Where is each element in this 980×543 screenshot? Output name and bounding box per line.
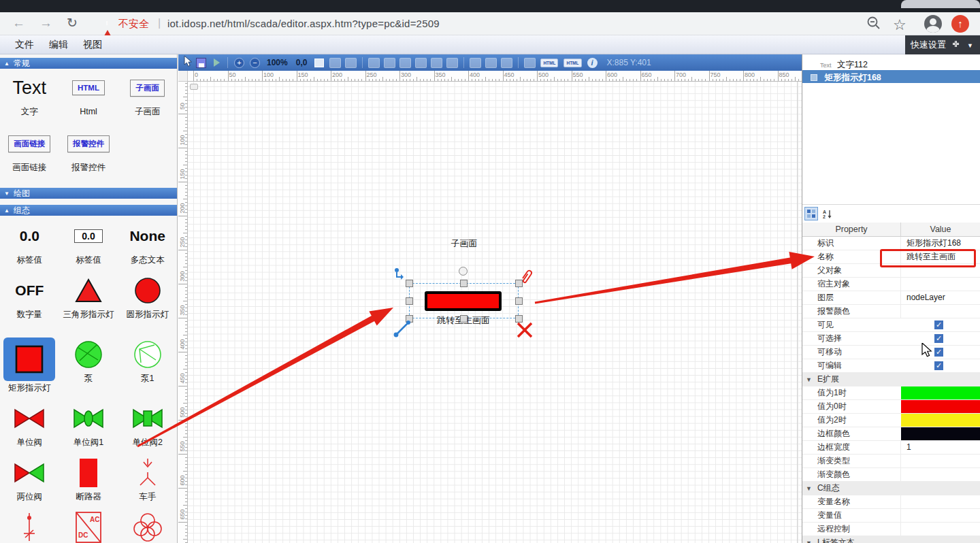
html-export-icon[interactable]: HTML xyxy=(540,59,558,67)
run-preview-icon[interactable] xyxy=(214,59,220,67)
property-value[interactable] xyxy=(900,278,980,291)
property-row-L标签文本[interactable]: ▼L标签文本 xyxy=(802,536,980,543)
align-left-icon[interactable] xyxy=(368,58,380,68)
collapse-down-icon[interactable]: ▼ xyxy=(806,376,812,383)
resize-handle[interactable] xyxy=(460,315,468,323)
property-value[interactable]: nodeLayer xyxy=(900,291,980,304)
property-row-可选择[interactable]: 可选择✓ xyxy=(802,332,980,346)
section-header-config[interactable]: ▲组态 xyxy=(0,205,177,216)
property-row-可见[interactable]: 可见✓ xyxy=(802,318,980,332)
property-row-远程控制[interactable]: 远程控制 xyxy=(802,523,980,536)
palette-item-digital[interactable]: OFF数字量 xyxy=(1,274,58,338)
group-icon[interactable] xyxy=(524,58,536,68)
property-row-标识[interactable]: 标识矩形指示灯168 xyxy=(802,237,980,250)
property-checkbox[interactable]: ✓ xyxy=(934,334,943,343)
resize-handle[interactable] xyxy=(460,280,468,287)
same-height-icon[interactable] xyxy=(485,58,497,68)
palette-item-pt[interactable]: PT xyxy=(119,510,176,543)
copy-icon[interactable] xyxy=(329,58,341,68)
profile-avatar-icon[interactable] xyxy=(924,15,942,33)
property-row-变量名称[interactable]: 变量名称 xyxy=(802,495,980,509)
sort-az-icon[interactable]: A2 xyxy=(820,207,834,220)
attachment-paperclip-icon[interactable] xyxy=(519,268,534,287)
palette-item-circle-light[interactable]: 圆形指示灯 xyxy=(119,274,176,338)
property-row-边框宽度[interactable]: 边框宽度1 xyxy=(802,441,980,455)
select-cursor-icon[interactable] xyxy=(184,56,193,70)
align-right-icon[interactable] xyxy=(399,58,411,68)
zoom-out-icon[interactable]: − xyxy=(250,58,260,68)
save-icon[interactable] xyxy=(196,58,206,68)
security-warning-text[interactable]: 不安全 xyxy=(118,12,149,35)
palette-item-html[interactable]: HTMLHtml xyxy=(60,71,117,127)
property-value[interactable] xyxy=(900,509,980,522)
align-center-icon[interactable] xyxy=(384,58,395,68)
menu-item-0[interactable]: 文件 xyxy=(15,35,34,54)
back-icon[interactable]: ← xyxy=(12,12,25,34)
palette-item-hand-symbol[interactable]: 车手 xyxy=(119,456,176,510)
property-checkbox[interactable]: ✓ xyxy=(934,348,943,357)
section-header-general[interactable]: ▲常规 xyxy=(0,58,177,69)
palette-item-sub-screen[interactable]: 子画面子画面 xyxy=(119,71,176,127)
delete-x-icon[interactable] xyxy=(516,321,534,342)
property-value[interactable] xyxy=(900,455,980,467)
palette-item-two-way-valve[interactable]: 两位阀 xyxy=(1,456,58,510)
browser-update-icon[interactable]: ↑ xyxy=(951,15,969,33)
tree-item-text112[interactable]: Text 文字112 xyxy=(802,57,980,70)
property-row-渐变类型[interactable]: 渐变类型 xyxy=(802,455,980,468)
property-row-值为2时[interactable]: 值为2时 xyxy=(802,414,980,427)
selected-rect-indicator-element[interactable] xyxy=(425,291,502,311)
property-color-swatch[interactable] xyxy=(901,400,980,413)
canvas-preview-icon[interactable] xyxy=(314,59,324,67)
property-row-边框颜色[interactable]: 边框颜色 xyxy=(802,427,980,441)
property-value[interactable]: 1 xyxy=(900,441,980,454)
palette-item-multi-state-text[interactable]: None多态文本 xyxy=(119,219,176,274)
quick-settings-button[interactable]: 快速设置 ▼ xyxy=(905,35,980,54)
bookmark-star-icon[interactable]: ☆ xyxy=(893,14,906,36)
palette-item-breaker[interactable]: 断路器 xyxy=(60,456,117,510)
tree-item-rect-indicator-selected[interactable]: 矩形指示灯168 xyxy=(802,70,980,83)
property-checkbox[interactable]: ✓ xyxy=(934,361,943,370)
property-value[interactable] xyxy=(900,305,980,318)
property-row-图层[interactable]: 图层nodeLayer xyxy=(802,291,980,305)
property-row-报警颜色[interactable]: 报警颜色 xyxy=(802,305,980,318)
url-text[interactable]: iot.idosp.net/html/scada/editor.aspx.htm… xyxy=(167,12,440,35)
categorized-view-icon[interactable] xyxy=(804,207,818,220)
collapse-down-icon[interactable]: ▼ xyxy=(806,540,812,543)
palette-item-tag-value[interactable]: 0.0标签值 xyxy=(1,219,58,274)
property-checkbox[interactable]: ✓ xyxy=(934,320,943,329)
palette-item-alarm-control[interactable]: 报警控件报警控件 xyxy=(60,127,117,184)
property-row-可编辑[interactable]: 可编辑✓ xyxy=(802,359,980,373)
align-middle-icon[interactable] xyxy=(431,58,442,68)
property-row-可移动[interactable]: 可移动✓ xyxy=(802,346,980,359)
reload-icon[interactable]: ↻ xyxy=(67,12,78,34)
property-row-C组态[interactable]: ▼C组态 xyxy=(802,482,980,495)
zoom-in-icon[interactable]: + xyxy=(234,58,244,68)
property-value[interactable] xyxy=(900,523,980,536)
palette-item-knife-switch[interactable]: 刀闸 xyxy=(1,510,58,543)
section-header-draw[interactable]: ▼绘图 xyxy=(0,188,177,199)
property-color-swatch[interactable] xyxy=(901,386,980,399)
palette-item-pump1[interactable]: 泵1 xyxy=(119,338,176,401)
canvas-text-sub-screen[interactable]: 子画面 xyxy=(416,237,512,250)
menu-item-2[interactable]: 视图 xyxy=(83,35,102,54)
connection-points-icon[interactable] xyxy=(393,267,408,284)
palette-item-tag-value-boxed[interactable]: 0.0标签值 xyxy=(60,219,117,274)
resize-handle[interactable] xyxy=(406,297,413,305)
forward-icon[interactable]: → xyxy=(39,12,52,34)
resize-handle[interactable] xyxy=(515,297,523,305)
palette-item-unit-valve1[interactable]: 单位阀1 xyxy=(60,401,117,456)
property-value[interactable] xyxy=(900,468,980,481)
property-row-变量值[interactable]: 变量值 xyxy=(802,509,980,523)
property-row-值为1时[interactable]: 值为1时 xyxy=(802,386,980,400)
menu-item-1[interactable]: 编辑 xyxy=(49,35,68,54)
property-color-swatch[interactable] xyxy=(901,427,980,440)
palette-item-inverter[interactable]: ACDC逆变器 xyxy=(60,510,117,543)
property-row-值为0时[interactable]: 值为0时 xyxy=(802,400,980,414)
palette-item-unit-valve[interactable]: 单位阀 xyxy=(1,401,58,456)
property-row-宿主对象[interactable]: 宿主对象 xyxy=(802,278,980,291)
palette-item-screen-link[interactable]: 画面链接画面链接 xyxy=(1,127,58,184)
same-size-icon[interactable] xyxy=(501,58,512,68)
palette-item-text[interactable]: Text文字 xyxy=(1,71,58,127)
property-color-swatch[interactable] xyxy=(901,414,980,427)
same-width-icon[interactable] xyxy=(470,58,481,68)
